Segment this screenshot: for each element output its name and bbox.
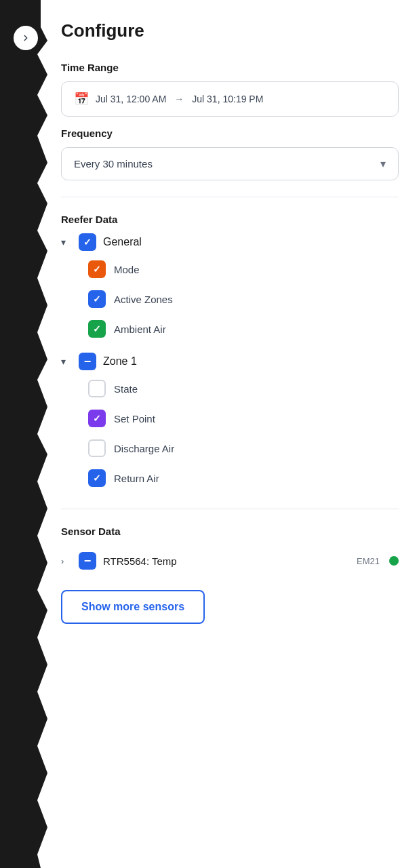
return-air-label: Return Air (114, 473, 159, 484)
divider-1 (61, 197, 399, 197)
discharge-air-item[interactable]: Discharge Air (88, 434, 399, 462)
frequency-selected-value: Every 30 minutes (74, 158, 153, 170)
reefer-data-section: Reefer Data ▾ ✓ General ✓ Mode (61, 214, 399, 492)
ambient-air-checkbox[interactable]: ✓ (88, 320, 106, 338)
state-label: State (114, 383, 138, 395)
divider-2 (61, 509, 399, 509)
ambient-air-item[interactable]: ✓ Ambient Air (88, 315, 399, 343)
show-more-sensors-button[interactable]: Show more sensors (61, 590, 205, 624)
general-group: ▾ ✓ General ✓ Mode ✓ (61, 233, 399, 343)
frequency-label: Frequency (61, 127, 399, 139)
discharge-air-label: Discharge Air (114, 443, 174, 454)
time-range-picker[interactable]: 📅 Jul 31, 12:00 AM → Jul 31, 10:19 PM (61, 81, 399, 117)
mode-label: Mode (114, 264, 140, 275)
zone1-group-label: Zone 1 (103, 355, 137, 368)
calendar-icon: 📅 (74, 92, 89, 106)
frequency-section: Frequency Every 30 minutes ▾ (61, 127, 399, 180)
mode-checkbox[interactable]: ✓ (88, 260, 106, 278)
zone1-group-row[interactable]: ▾ − Zone 1 (61, 353, 399, 370)
general-chevron-icon: ▾ (61, 237, 72, 248)
active-zones-checkbox[interactable]: ✓ (88, 290, 106, 308)
active-zones-label: Active Zones (114, 294, 173, 305)
mode-item[interactable]: ✓ Mode (88, 255, 399, 283)
sidebar (0, 0, 53, 868)
set-point-checkbox[interactable]: ✓ (88, 410, 106, 427)
frequency-dropdown[interactable]: Every 30 minutes ▾ (61, 147, 399, 180)
set-point-label: Set Point (114, 413, 155, 425)
discharge-air-checkbox[interactable] (88, 439, 106, 457)
time-range-section: Time Range 📅 Jul 31, 12:00 AM → Jul 31, … (61, 62, 399, 117)
sensor-data-label: Sensor Data (61, 526, 399, 537)
return-air-checkbox[interactable]: ✓ (88, 469, 106, 487)
reefer-data-label: Reefer Data (61, 214, 399, 225)
time-range-label: Time Range (61, 62, 399, 73)
set-point-item[interactable]: ✓ Set Point (88, 404, 399, 433)
zone1-checkbox[interactable]: − (79, 353, 96, 370)
state-item[interactable]: State (88, 374, 399, 403)
back-button[interactable] (14, 26, 38, 50)
general-group-row[interactable]: ▾ ✓ General (61, 233, 399, 251)
ambient-air-label: Ambient Air (114, 323, 166, 335)
sensor-chevron-icon: › (61, 556, 72, 566)
sensor-name-label: RTR5564: Temp (103, 555, 350, 567)
time-range-arrow: → (174, 94, 184, 104)
general-checkbox[interactable]: ✓ (79, 233, 96, 251)
sensor-data-section: Sensor Data › − RTR5564: Temp EM21 Show … (61, 526, 399, 624)
zone1-sub-items: State ✓ Set Point Discharge Air (88, 374, 399, 492)
page-title: Configure (61, 20, 399, 41)
online-status-dot (389, 556, 399, 566)
sensor-checkbox[interactable]: − (79, 552, 96, 570)
state-checkbox[interactable] (88, 380, 106, 397)
general-sub-items: ✓ Mode ✓ Active Zones ✓ Ambient Air (88, 255, 399, 343)
sensor-badge: EM21 (357, 556, 380, 566)
return-air-item[interactable]: ✓ Return Air (88, 464, 399, 492)
time-range-start: Jul 31, 12:00 AM (96, 94, 166, 104)
time-range-end: Jul 31, 10:19 PM (192, 94, 263, 104)
general-group-label: General (103, 236, 142, 248)
zone1-group: ▾ − Zone 1 State ✓ Set Point (61, 353, 399, 492)
zone1-chevron-icon: ▾ (61, 356, 72, 367)
active-zones-item[interactable]: ✓ Active Zones (88, 285, 399, 313)
sensor-row[interactable]: › − RTR5564: Temp EM21 (61, 545, 399, 576)
chevron-down-icon: ▾ (380, 157, 386, 170)
